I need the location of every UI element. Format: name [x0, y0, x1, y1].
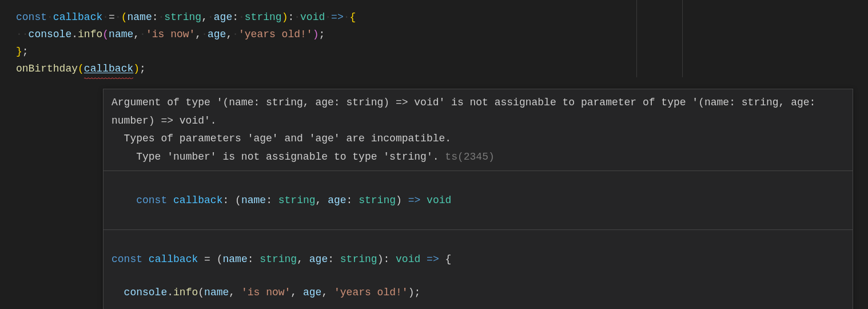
error-code: ts(2345) [445, 151, 494, 163]
type-void: void [300, 9, 325, 26]
whitespace-dot: · [47, 9, 53, 26]
code-line-4[interactable]: onBirthday(callback); [16, 60, 868, 77]
string-literal: 'is now' [146, 26, 195, 43]
obj-console: console [29, 26, 72, 43]
param-age: age [214, 9, 232, 26]
code-line-2[interactable]: ··console.info(name,·'is now',·age,·'yea… [16, 26, 868, 43]
error-message: Argument of type '(name: string, age: st… [112, 94, 845, 166]
arrow-op: => [331, 9, 344, 26]
code-line-1[interactable]: const·callback·=·(name:·string,·age:·str… [16, 9, 868, 26]
param-name: name [128, 9, 152, 26]
hover-source-section: const callback = (name: string, age: str… [103, 230, 853, 309]
hover-error-section: Argument of type '(name: string, age: st… [103, 89, 853, 171]
code-editor[interactable]: const·callback·=·(name:·string,·age:·str… [0, 0, 868, 77]
hover-tooltip[interactable]: Argument of type '(name: string, age: st… [103, 89, 853, 309]
hover-signature-section: const callback: (name: string, age: stri… [103, 171, 853, 230]
arg-callback-error[interactable]: callback [84, 61, 133, 77]
code-line-3[interactable]: }; [16, 43, 868, 60]
type-string: string [164, 9, 201, 26]
var-callback: callback [53, 9, 102, 26]
fn-onBirthday: onBirthday [16, 61, 78, 77]
keyword-const: const [16, 9, 47, 26]
fn-info: info [78, 26, 102, 43]
